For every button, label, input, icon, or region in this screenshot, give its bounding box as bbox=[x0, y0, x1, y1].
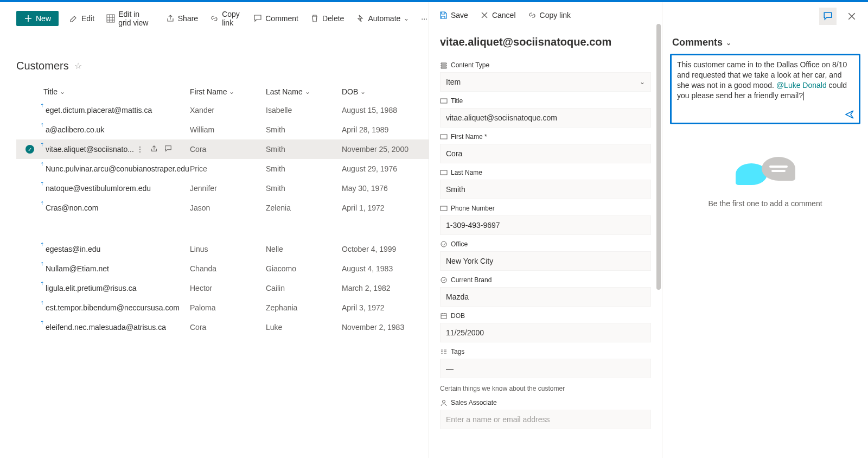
phone-field[interactable]: 1-309-493-9697 bbox=[440, 215, 651, 235]
row-title[interactable]: ↗egestas@in.edu bbox=[43, 245, 190, 253]
col-first-name[interactable]: First Name⌄ bbox=[190, 87, 266, 96]
sales-associate-label: Sales Associate bbox=[440, 396, 651, 410]
svg-rect-3 bbox=[441, 170, 447, 175]
office-field[interactable]: New York City bbox=[440, 251, 651, 271]
row-title[interactable]: ↗natoque@vestibulumlorem.edu bbox=[43, 184, 190, 193]
table-row[interactable]: ↗Nunc.pulvinar.arcu@conubianostraper.edu… bbox=[16, 159, 429, 179]
row-title[interactable]: ↗Nullam@Etiam.net bbox=[43, 264, 190, 273]
title-label: Title bbox=[440, 94, 651, 108]
chevron-down-icon: ⌄ bbox=[640, 78, 645, 86]
list-area: New Edit Edit in grid view Share bbox=[0, 2, 429, 458]
row-last-name: Luke bbox=[266, 323, 342, 332]
last-name-field[interactable]: Smith bbox=[440, 180, 651, 199]
title-field[interactable]: vitae.aliquet@sociisnatoque.com bbox=[440, 108, 651, 128]
link-icon: ↗ bbox=[39, 319, 46, 326]
section-note: Certain things we know about the custome… bbox=[440, 380, 651, 396]
comments-heading[interactable]: Comments ⌄ bbox=[662, 30, 868, 54]
table-row[interactable]: ↗eget.dictum.placerat@mattis.caXanderIsa… bbox=[16, 100, 429, 120]
row-title[interactable]: ↗eget.dictum.placerat@mattis.ca bbox=[43, 106, 190, 114]
row-last-name: Smith bbox=[266, 184, 342, 193]
detail-heading: vitae.aliquet@sociisnatoque.com bbox=[440, 30, 651, 58]
link-icon: ↗ bbox=[39, 260, 46, 268]
row-title[interactable]: ↗ligula.elit.pretium@risus.ca bbox=[43, 284, 190, 292]
row-last-name: Zelenia bbox=[266, 203, 342, 212]
more-icon[interactable]: ⋮ bbox=[136, 145, 144, 154]
scrollbar[interactable] bbox=[656, 24, 661, 290]
row-first-name: Xander bbox=[190, 106, 266, 114]
tags-label: Tags bbox=[440, 345, 651, 359]
comments-toggle-button[interactable] bbox=[819, 8, 837, 25]
table-row[interactable]: ✓↗vitae.aliquet@sociisnato...⋮CoraSmithN… bbox=[16, 139, 429, 159]
row-last-name: Nelle bbox=[266, 245, 342, 253]
list-toolbar: New Edit Edit in grid view Share bbox=[16, 2, 429, 34]
row-first-name: Jason bbox=[190, 203, 266, 212]
rows-container: ↗eget.dictum.placerat@mattis.caXanderIsa… bbox=[16, 100, 429, 337]
page-title: Customers ☆ bbox=[16, 34, 429, 84]
overflow-button[interactable]: ··· bbox=[420, 12, 429, 25]
copylink-button-detail[interactable]: Copy link bbox=[527, 9, 572, 22]
row-title[interactable]: ↗vitae.aliquet@sociisnato...⋮ bbox=[43, 145, 190, 154]
save-icon bbox=[439, 11, 448, 20]
row-title[interactable]: ↗a@aclibero.co.uk bbox=[43, 125, 190, 134]
checkmark-icon[interactable]: ✓ bbox=[25, 145, 34, 154]
table-row[interactable]: ↗natoque@vestibulumlorem.eduJenniferSmit… bbox=[16, 179, 429, 198]
choice-icon bbox=[440, 240, 448, 248]
row-title[interactable]: ↗Nunc.pulvinar.arcu@conubianostraper.edu bbox=[43, 164, 190, 173]
row-first-name: Hector bbox=[190, 284, 266, 292]
table-row[interactable]: ↗a@aclibero.co.ukWilliamSmithApril 28, 1… bbox=[16, 120, 429, 139]
cancel-button[interactable]: Cancel bbox=[479, 9, 517, 22]
automate-button[interactable]: Automate ⌄ bbox=[355, 12, 410, 25]
star-icon[interactable]: ☆ bbox=[74, 61, 82, 71]
col-last-name[interactable]: Last Name⌄ bbox=[266, 87, 342, 96]
table-row[interactable]: ↗Cras@non.comJasonZeleniaApril 1, 1972 bbox=[16, 198, 429, 218]
text-icon bbox=[440, 97, 448, 105]
copylink-label: Copy link bbox=[540, 11, 571, 20]
person-icon bbox=[440, 399, 448, 406]
share-icon[interactable] bbox=[150, 145, 158, 154]
row-title[interactable]: ↗Cras@non.com bbox=[43, 203, 190, 212]
dob-field[interactable]: 11/25/2000 bbox=[440, 323, 651, 342]
row-dob: October 4, 1999 bbox=[342, 245, 429, 253]
table-row[interactable]: ↗ligula.elit.pretium@risus.caHectorCaili… bbox=[16, 278, 429, 298]
row-title[interactable]: ↗eleifend.nec.malesuada@atrisus.ca bbox=[43, 323, 190, 332]
tags-icon bbox=[440, 348, 448, 355]
row-dob: August 4, 1983 bbox=[342, 264, 429, 273]
empty-text: Be the first one to add a comment bbox=[708, 199, 822, 208]
chevron-down-icon: ⌄ bbox=[305, 88, 310, 96]
svg-point-5 bbox=[441, 241, 446, 247]
mention[interactable]: @Luke Donald bbox=[776, 81, 827, 90]
row-first-name: Cora bbox=[190, 145, 266, 154]
comment-input[interactable]: This customer came in to the Dallas Offi… bbox=[670, 54, 860, 124]
row-dob: August 29, 1976 bbox=[342, 164, 429, 173]
link-icon: ↗ bbox=[39, 161, 46, 168]
save-button[interactable]: Save bbox=[438, 9, 469, 22]
svg-point-6 bbox=[441, 277, 446, 283]
table-row[interactable]: ↗Nullam@Etiam.netChandaGiacomoAugust 4, … bbox=[16, 259, 429, 278]
row-title[interactable]: ↗est.tempor.bibendum@neccursusa.com bbox=[43, 303, 190, 312]
edit-button[interactable]: Edit bbox=[68, 12, 95, 25]
delete-button[interactable]: Delete bbox=[309, 12, 345, 25]
comment-button[interactable]: Comment bbox=[252, 12, 299, 25]
edit-grid-button[interactable]: Edit in grid view bbox=[105, 8, 155, 29]
col-dob[interactable]: DOB⌄ bbox=[342, 87, 429, 96]
last-name-label: Last Name bbox=[440, 166, 651, 180]
first-name-field[interactable]: Cora bbox=[440, 144, 651, 163]
row-first-name: Jennifer bbox=[190, 184, 266, 193]
send-button[interactable] bbox=[845, 110, 854, 119]
new-button[interactable]: New bbox=[16, 11, 59, 26]
tags-field[interactable]: — bbox=[440, 359, 651, 378]
close-button[interactable] bbox=[843, 8, 860, 25]
brand-field[interactable]: Mazda bbox=[440, 287, 651, 307]
row-first-name: Price bbox=[190, 164, 266, 173]
col-title[interactable]: Title⌄ bbox=[43, 87, 190, 96]
table-row[interactable]: ↗est.tempor.bibendum@neccursusa.comPalom… bbox=[16, 298, 429, 317]
comment-icon[interactable] bbox=[164, 145, 172, 154]
share-button[interactable]: Share bbox=[165, 12, 199, 25]
sales-associate-field[interactable]: Enter a name or email address bbox=[440, 410, 651, 429]
table-row[interactable]: ↗egestas@in.eduLinusNelleOctober 4, 1999 bbox=[16, 239, 429, 259]
comments-empty-state: Be the first one to add a comment bbox=[662, 124, 868, 238]
content-type-field[interactable]: Item ⌄ bbox=[440, 72, 651, 92]
copylink-button[interactable]: Copy link bbox=[209, 8, 242, 29]
table-row[interactable]: ↗eleifend.nec.malesuada@atrisus.caCoraLu… bbox=[16, 317, 429, 337]
content-type-label: Content Type bbox=[440, 58, 651, 72]
